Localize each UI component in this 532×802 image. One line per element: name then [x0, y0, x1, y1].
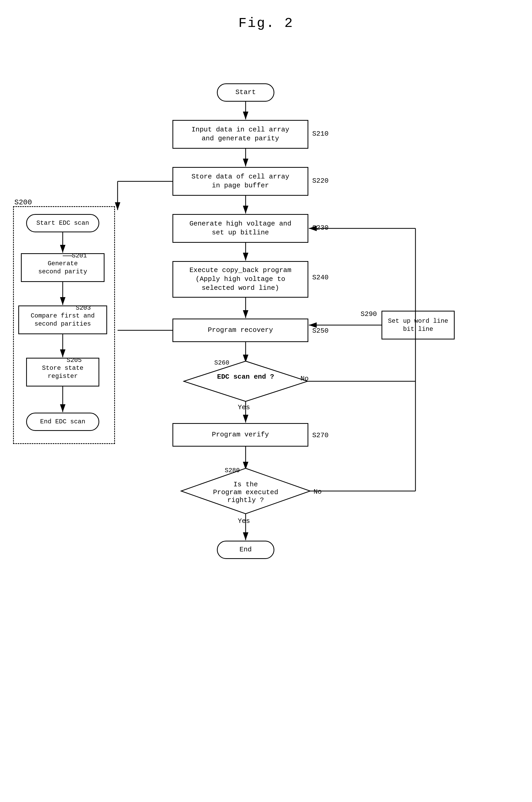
- s230-label: Generate high voltage and set up bitline: [189, 219, 291, 237]
- s250-step: S250: [312, 327, 328, 335]
- svg-text:rightly ?: rightly ?: [227, 496, 264, 504]
- start-edc-label: Start EDC scan: [36, 219, 89, 227]
- s260-step: S260: [214, 359, 229, 366]
- s260-yes-label: Yes: [238, 403, 250, 411]
- s240-node: Execute copy_back program (Apply high vo…: [172, 261, 308, 298]
- s250-label: Program recovery: [208, 326, 273, 335]
- s220-label: Store data of cell array in page buffer: [192, 172, 289, 190]
- s203-step-label: S203: [76, 304, 91, 311]
- svg-marker-24: [184, 361, 307, 401]
- s205-node: Store state register: [26, 358, 99, 386]
- s220-step: S220: [312, 177, 328, 185]
- end-edc-label: End EDC scan: [40, 418, 86, 426]
- s270-node: Program verify: [172, 423, 308, 446]
- end-label: End: [240, 546, 252, 554]
- svg-text:Is the: Is the: [233, 481, 258, 489]
- end-edc-node: End EDC scan: [26, 413, 99, 431]
- page-title: Fig. 2: [0, 0, 532, 47]
- s200-label: S200: [14, 198, 32, 207]
- s260-no-label: No: [301, 375, 309, 383]
- s205-label: Store state register: [42, 364, 83, 380]
- svg-text:EDC scan end ?: EDC scan end ?: [217, 373, 274, 381]
- s290-node: Set up word line bit line: [381, 311, 455, 340]
- s203-node: Compare first and second parities: [18, 305, 107, 334]
- s270-step: S270: [312, 432, 328, 439]
- end-node: End: [217, 541, 274, 559]
- s290-step: S290: [361, 310, 377, 318]
- s230-node: Generate high voltage and set up bitline: [172, 214, 308, 243]
- s210-step: S210: [312, 130, 328, 138]
- s210-node: Input data in cell array and generate pa…: [172, 120, 308, 149]
- s240-step: S240: [312, 273, 328, 282]
- s205-step-label: S205: [66, 357, 82, 364]
- s230-step: S230: [312, 224, 328, 232]
- s250-node: Program recovery: [172, 319, 308, 342]
- svg-text:Program executed: Program executed: [213, 489, 278, 496]
- s270-label: Program verify: [212, 431, 269, 439]
- start-label: Start: [235, 88, 256, 97]
- s260-node: EDC scan end ?: [183, 360, 308, 402]
- s280-no-label: No: [314, 488, 322, 496]
- s220-node: Store data of cell array in page buffer: [172, 167, 308, 196]
- start-node: Start: [217, 83, 274, 102]
- s280-node: Is the Program executed rightly ?: [180, 467, 311, 515]
- s201-node: Generate second parity: [21, 253, 104, 282]
- start-edc-node: Start EDC scan: [26, 214, 99, 232]
- s203-label: Compare first and second parities: [31, 312, 95, 328]
- s201-step-label: S201: [72, 252, 87, 259]
- s280-yes-label: Yes: [238, 517, 250, 525]
- s280-step: S280: [225, 467, 240, 474]
- s201-label: Generate second parity: [38, 260, 87, 276]
- s210-label: Input data in cell array and generate pa…: [192, 126, 289, 143]
- s240-label: Execute copy_back program (Apply high vo…: [189, 266, 291, 292]
- s290-label: Set up word line bit line: [388, 317, 448, 333]
